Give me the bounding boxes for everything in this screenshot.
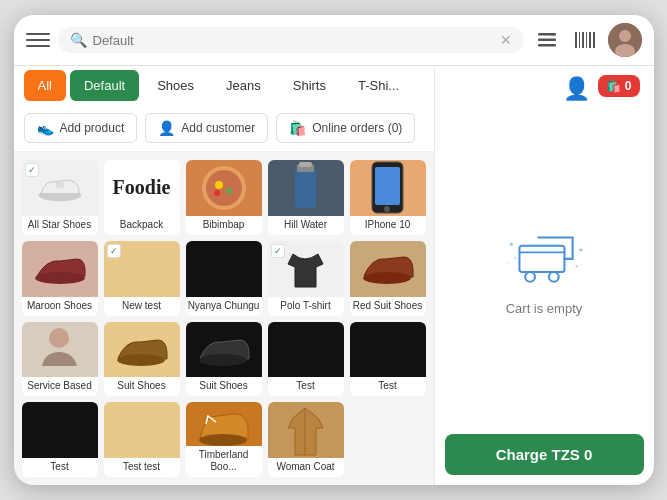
tab-shirts[interactable]: Shirts	[279, 70, 340, 101]
tab-default[interactable]: Default	[70, 70, 139, 101]
product-name: IPhone 10	[350, 216, 426, 235]
product-image	[186, 160, 262, 216]
product-card[interactable]: Test	[268, 322, 344, 397]
tab-shoes[interactable]: Shoes	[143, 70, 208, 101]
svg-point-18	[214, 190, 220, 196]
cart-empty-text: Cart is empty	[506, 301, 583, 316]
top-icons	[532, 23, 642, 57]
product-image	[104, 402, 180, 458]
svg-point-30	[199, 434, 247, 446]
product-name: Suit Shoes	[186, 377, 262, 396]
product-card[interactable]: IPhone 10	[350, 160, 426, 235]
avatar[interactable]	[608, 23, 642, 57]
product-card[interactable]: Test	[350, 322, 426, 397]
svg-point-11	[619, 30, 631, 42]
product-image	[268, 322, 344, 378]
svg-rect-19	[295, 168, 316, 208]
product-card[interactable]: ✓ All Star Shoes	[22, 160, 98, 235]
product-image	[350, 322, 426, 378]
svg-point-24	[384, 206, 390, 212]
orders-icon: 🛍️	[289, 120, 306, 136]
svg-point-29	[199, 354, 247, 366]
right-panel: 👤 🛍️ 0	[434, 66, 654, 485]
product-card[interactable]: ✓ Polo T-shirt	[268, 241, 344, 316]
product-card[interactable]: Bibimbap	[186, 160, 262, 235]
charge-button[interactable]: Charge TZS 0	[445, 434, 644, 475]
product-name: Maroon Shoes	[22, 297, 98, 316]
user-profile-icon[interactable]: 👤	[563, 76, 590, 102]
svg-point-39	[508, 262, 510, 264]
product-name: Test test	[104, 458, 180, 477]
product-name: Test	[350, 377, 426, 396]
cart-badge[interactable]: 🛍️ 0	[598, 76, 639, 102]
svg-point-33	[525, 271, 535, 281]
svg-rect-1	[538, 39, 556, 42]
product-card[interactable]: Timberland Boo...	[186, 402, 262, 477]
product-image	[22, 402, 98, 458]
product-card[interactable]: Red Suit Shoes	[350, 241, 426, 316]
product-card[interactable]: Suit Shoes	[186, 322, 262, 397]
product-image	[22, 322, 98, 378]
tab-all[interactable]: All	[24, 70, 66, 101]
svg-point-17	[226, 188, 232, 194]
product-card[interactable]: Foodie Backpack	[104, 160, 180, 235]
svg-point-27	[49, 328, 69, 348]
product-name: Hill Water	[268, 216, 344, 235]
product-name: Backpack	[104, 216, 180, 235]
product-name: Nyanya Chungu	[186, 297, 262, 316]
barcode-icon[interactable]	[570, 25, 600, 55]
check-badge: ✓	[25, 163, 39, 177]
product-image: ✓	[268, 241, 344, 297]
product-image	[350, 241, 426, 297]
add-product-button[interactable]: 👟 Add product	[24, 113, 138, 143]
product-card[interactable]: Service Based	[22, 322, 98, 397]
svg-point-37	[576, 265, 578, 267]
svg-point-34	[549, 271, 559, 281]
shoe-icon: 👟	[37, 120, 54, 136]
cart-count: 0	[625, 79, 632, 93]
product-card[interactable]: Test test	[104, 402, 180, 477]
cart-empty-area: Cart is empty	[499, 112, 589, 424]
tablet-frame: 🔍 ✕	[14, 15, 654, 485]
svg-rect-6	[582, 32, 584, 48]
product-card[interactable]: Test	[22, 402, 98, 477]
svg-point-26	[363, 272, 411, 284]
tab-tshirt[interactable]: T-Shi...	[344, 70, 413, 101]
search-input[interactable]	[93, 33, 494, 48]
product-name: Timberland Boo...	[186, 446, 262, 477]
hamburger-menu[interactable]	[26, 28, 50, 52]
product-image: ✓	[22, 160, 98, 216]
clear-icon[interactable]: ✕	[500, 32, 512, 48]
svg-point-38	[514, 256, 516, 258]
product-name: Bibimbap	[186, 216, 262, 235]
tab-jeans[interactable]: Jeans	[212, 70, 275, 101]
online-orders-label: Online orders (0)	[312, 121, 402, 135]
list-view-icon[interactable]	[532, 25, 562, 55]
product-card[interactable]: Maroon Shoes	[22, 241, 98, 316]
product-image: ✓	[104, 241, 180, 297]
online-orders-button[interactable]: 🛍️ Online orders (0)	[276, 113, 415, 143]
svg-point-15	[206, 170, 242, 206]
product-image	[104, 322, 180, 378]
add-customer-button[interactable]: 👤 Add customer	[145, 113, 268, 143]
svg-rect-8	[589, 32, 591, 48]
product-name: Test	[22, 458, 98, 477]
product-card[interactable]: Suit Shoes	[104, 322, 180, 397]
product-card[interactable]: ✓ New test	[104, 241, 180, 316]
svg-point-25	[35, 272, 85, 284]
product-card[interactable]: Woman Coat	[268, 402, 344, 477]
product-image	[268, 402, 344, 458]
action-bar: 👟 Add product 👤 Add customer 🛍️ Online o…	[14, 105, 434, 152]
svg-rect-2	[538, 44, 556, 47]
product-card[interactable]: Nyanya Chungu	[186, 241, 262, 316]
search-box: 🔍 ✕	[58, 27, 524, 53]
product-name: Polo T-shirt	[268, 297, 344, 316]
product-card[interactable]: Hill Water	[268, 160, 344, 235]
product-name: Woman Coat	[268, 458, 344, 477]
product-name: Test	[268, 377, 344, 396]
main-content: All Default Shoes Jeans Shirts T-Shi... …	[14, 66, 654, 485]
cart-illustration	[499, 221, 589, 291]
product-image: Foodie	[104, 160, 180, 216]
product-name: All Star Shoes	[22, 216, 98, 235]
product-name: Red Suit Shoes	[350, 297, 426, 316]
